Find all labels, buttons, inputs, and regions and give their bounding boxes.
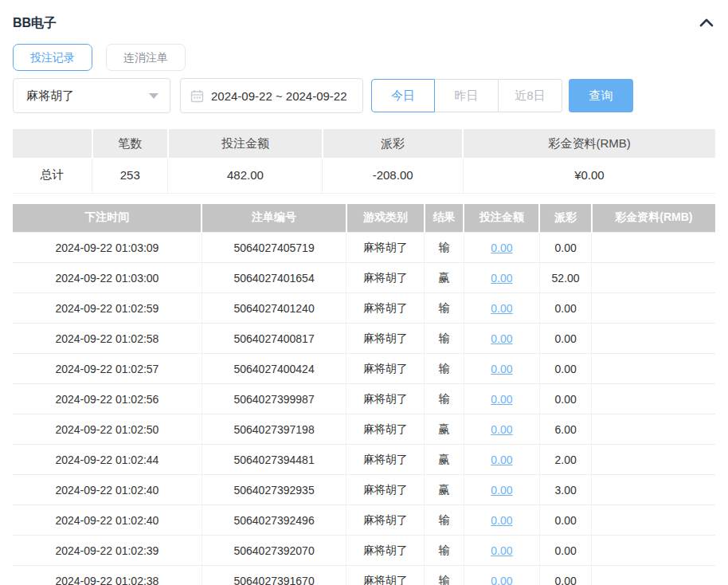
table-row: 2024-09-22 01:02:50 5064027397198 麻将胡了 赢… bbox=[13, 414, 715, 445]
bet-amount-link[interactable]: 0.00 bbox=[491, 453, 512, 466]
summary-total-row: 总计 253 482.00 -208.00 ¥0.00 bbox=[13, 158, 715, 193]
jackpot-cell bbox=[592, 233, 715, 263]
game-type-cell: 麻将胡了 bbox=[346, 324, 425, 354]
bet-time-cell: 2024-09-22 01:02:40 bbox=[13, 505, 202, 536]
table-row: 2024-09-22 01:02:39 5064027392070 麻将胡了 输… bbox=[13, 536, 715, 566]
bet-time-cell: 2024-09-22 01:02:50 bbox=[13, 414, 202, 445]
chevron-down-icon bbox=[149, 93, 159, 99]
records-header-game: 游戏类别 bbox=[346, 204, 425, 233]
payout-cell: 0.00 bbox=[539, 354, 591, 384]
bet-amount-cell: 0.00 bbox=[464, 384, 539, 414]
result-cell: 输 bbox=[425, 566, 464, 585]
panel-header: BB电子 bbox=[13, 0, 715, 32]
bet-amount-cell: 0.00 bbox=[464, 566, 539, 585]
bet-amount-link[interactable]: 0.00 bbox=[491, 241, 512, 254]
jackpot-cell bbox=[592, 414, 715, 445]
order-number-cell: 5064027397198 bbox=[202, 414, 346, 445]
range-today-button[interactable]: 今日 bbox=[371, 79, 435, 112]
bet-amount-link[interactable]: 0.00 bbox=[491, 544, 512, 557]
game-type-cell: 麻将胡了 bbox=[346, 354, 425, 384]
range-last8days-button[interactable]: 近8日 bbox=[499, 79, 562, 112]
bet-amount-cell: 0.00 bbox=[464, 536, 539, 566]
order-number-cell: 5064027400817 bbox=[202, 324, 346, 354]
payout-cell: 0.00 bbox=[539, 324, 591, 354]
order-number-cell: 5064027394481 bbox=[202, 445, 346, 475]
summary-header-blank bbox=[13, 129, 92, 158]
result-cell: 赢 bbox=[425, 475, 464, 505]
summary-total-count: 253 bbox=[92, 158, 168, 193]
records-header-payout: 派彩 bbox=[539, 204, 591, 233]
game-type-cell: 麻将胡了 bbox=[346, 263, 425, 293]
bet-amount-cell: 0.00 bbox=[464, 233, 539, 263]
records-table: 下注时间 注单编号 游戏类别 结果 投注金额 派彩 彩金资料(RMB) 2024… bbox=[13, 204, 715, 585]
summary-header-count: 笔数 bbox=[92, 129, 168, 158]
bet-time-cell: 2024-09-22 01:02:58 bbox=[13, 324, 202, 354]
game-select-value: 麻将胡了 bbox=[26, 88, 74, 104]
result-cell: 输 bbox=[425, 233, 464, 263]
summary-table: 笔数 投注金额 派彩 彩金资料(RMB) 总计 253 482.00 -208.… bbox=[13, 129, 715, 194]
bet-amount-link[interactable]: 0.00 bbox=[491, 484, 512, 497]
game-type-cell: 麻将胡了 bbox=[346, 384, 425, 414]
bet-amount-link[interactable]: 0.00 bbox=[491, 363, 512, 375]
bet-amount-link[interactable]: 0.00 bbox=[491, 514, 512, 527]
records-header-time: 下注时间 bbox=[13, 204, 202, 233]
bet-amount-link[interactable]: 0.00 bbox=[491, 272, 512, 285]
bet-amount-link[interactable]: 0.00 bbox=[491, 393, 512, 406]
order-number-cell: 5064027391670 bbox=[202, 566, 346, 585]
bet-amount-cell: 0.00 bbox=[464, 445, 539, 475]
order-number-cell: 5064027400424 bbox=[202, 354, 346, 384]
game-type-cell: 麻将胡了 bbox=[346, 293, 425, 324]
bet-time-cell: 2024-09-22 01:02:56 bbox=[13, 384, 202, 414]
jackpot-cell bbox=[592, 536, 715, 566]
summary-header-payout: 派彩 bbox=[323, 129, 463, 158]
tab-betting-records[interactable]: 投注记录 bbox=[13, 44, 92, 71]
summary-total-bet-amount: 482.00 bbox=[168, 158, 323, 193]
collapse-panel-button[interactable] bbox=[698, 14, 715, 32]
result-cell: 赢 bbox=[425, 414, 464, 445]
range-yesterday-button[interactable]: 昨日 bbox=[435, 79, 499, 112]
jackpot-cell bbox=[592, 263, 715, 293]
jackpot-cell bbox=[592, 354, 715, 384]
bet-amount-link[interactable]: 0.00 bbox=[491, 332, 512, 345]
summary-header-bet-amount: 投注金额 bbox=[168, 129, 323, 158]
order-number-cell: 5064027392070 bbox=[202, 536, 346, 566]
records-header-jackpot: 彩金资料(RMB) bbox=[592, 204, 715, 233]
chevron-up-icon bbox=[699, 18, 714, 29]
game-select[interactable]: 麻将胡了 bbox=[13, 78, 170, 113]
bet-amount-cell: 0.00 bbox=[464, 505, 539, 536]
payout-cell: 2.00 bbox=[539, 445, 591, 475]
tab-cancelled-orders[interactable]: 连消注单 bbox=[106, 44, 186, 71]
order-number-cell: 5064027405719 bbox=[202, 233, 346, 263]
order-number-cell: 5064027401654 bbox=[202, 263, 346, 293]
table-row: 2024-09-22 01:02:57 5064027400424 麻将胡了 输… bbox=[13, 354, 715, 384]
bet-amount-link[interactable]: 0.00 bbox=[491, 575, 512, 585]
bet-amount-cell: 0.00 bbox=[464, 475, 539, 505]
betting-records-panel: BB电子 投注记录 连消注单 麻将胡了 2024-09-22 ~ 2024-09… bbox=[0, 0, 728, 585]
payout-cell: 0.00 bbox=[539, 384, 591, 414]
payout-cell: 0.00 bbox=[539, 566, 591, 585]
game-type-cell: 麻将胡了 bbox=[346, 505, 425, 536]
records-header-order-no: 注单编号 bbox=[202, 204, 346, 233]
payout-cell: 52.00 bbox=[539, 263, 591, 293]
search-button[interactable]: 查询 bbox=[569, 79, 633, 112]
jackpot-cell bbox=[592, 475, 715, 505]
table-row: 2024-09-22 01:02:44 5064027394481 麻将胡了 赢… bbox=[13, 445, 715, 475]
page-title: BB电子 bbox=[13, 15, 57, 32]
table-row: 2024-09-22 01:02:56 5064027399987 麻将胡了 输… bbox=[13, 384, 715, 414]
bet-amount-cell: 0.00 bbox=[464, 414, 539, 445]
order-number-cell: 5064027392496 bbox=[202, 505, 346, 536]
bet-time-cell: 2024-09-22 01:02:59 bbox=[13, 293, 202, 324]
result-cell: 输 bbox=[425, 293, 464, 324]
order-number-cell: 5064027399987 bbox=[202, 384, 346, 414]
result-cell: 输 bbox=[425, 536, 464, 566]
result-cell: 输 bbox=[425, 384, 464, 414]
jackpot-cell bbox=[592, 324, 715, 354]
bet-amount-link[interactable]: 0.00 bbox=[491, 423, 512, 436]
payout-cell: 0.00 bbox=[539, 536, 591, 566]
order-number-cell: 5064027401240 bbox=[202, 293, 346, 324]
payout-cell: 3.00 bbox=[539, 475, 591, 505]
bet-amount-link[interactable]: 0.00 bbox=[491, 302, 512, 315]
date-range-input[interactable]: 2024-09-22 ~ 2024-09-22 bbox=[180, 78, 363, 113]
bet-time-cell: 2024-09-22 01:02:39 bbox=[13, 536, 202, 566]
table-row: 2024-09-22 01:03:00 5064027401654 麻将胡了 赢… bbox=[13, 263, 715, 293]
